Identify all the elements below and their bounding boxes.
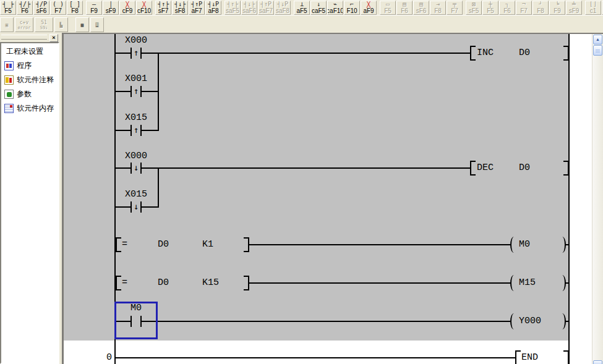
toolbar-button-icon: ┼	[489, 1, 492, 7]
instruction-operand: D0	[519, 163, 530, 173]
tool-sF6[interactable]: ┤/P sF6	[33, 1, 49, 15]
toolbar-button-icon: ¬	[522, 1, 526, 7]
toolbar-button-icon: ⊠	[472, 1, 476, 7]
toolbar-button-label: cF9	[122, 7, 133, 14]
instruction-op: END	[521, 353, 538, 363]
tool-F7-2[interactable]: ╤ F7	[447, 1, 463, 15]
toolbar-button-icon: ▤	[403, 1, 406, 7]
instruction-close-bracket	[563, 350, 569, 364]
tool-F8-3[interactable]: ┘ F8	[532, 1, 549, 15]
tool-saF7[interactable]: ┤↑P saF7	[258, 1, 274, 15]
tool-c1[interactable]: ⌊⌋ c1	[585, 1, 601, 15]
toolbar-button-icon: ┤ ├	[2, 1, 14, 7]
tool-F10[interactable]: ⌐ F10	[344, 1, 360, 15]
toolbar-button-label: F5	[487, 7, 494, 14]
toolbar-button-icon: ( )	[53, 1, 64, 7]
tool-F9[interactable]: — F9	[86, 1, 102, 15]
tool2-program-check[interactable]: c+v error	[15, 17, 33, 32]
tree-item-program[interactable]: 程序	[1, 59, 58, 73]
tree-item-parameter[interactable]: 参数	[1, 87, 58, 101]
tool2-grid[interactable]: ▦	[75, 17, 89, 32]
tool-caF5[interactable]: ↓ caF5	[310, 1, 327, 15]
project-tree: 工程未设置 程序 软元件注释 参数	[0, 42, 59, 364]
tree-item-icon	[4, 75, 14, 85]
scrollbar-thumb[interactable]	[593, 45, 602, 56]
toolbar-button-label: F5	[384, 7, 391, 14]
tool-F5[interactable]: ┤ ├ F5	[0, 1, 16, 15]
tree-item-icon	[4, 61, 14, 70]
tool-sF6-2[interactable]: ▤ sF6	[413, 1, 429, 15]
toolbar-button-icon: ⌐	[350, 1, 354, 7]
tool-sF9-2[interactable]: ╧ sF9	[566, 1, 582, 15]
tool-cF10[interactable]: ╳ cF10	[136, 1, 152, 15]
instruction-close-bracket	[563, 161, 569, 176]
tool-sF5[interactable]: ⊠ sF5	[466, 1, 482, 15]
vertical-scrollbar[interactable]: ▲	[592, 34, 603, 364]
toolbar-button-icon-line2: error	[17, 25, 30, 30]
toolbar-button-icon: ╳	[367, 1, 370, 7]
scroll-down-button[interactable]	[593, 360, 602, 364]
tool-F6-2[interactable]: ▤ F6	[396, 1, 413, 15]
tool-cF9[interactable]: ╳ cF9	[119, 1, 135, 15]
tool-F7-3[interactable]: ¬ F7	[516, 1, 532, 15]
compare-op: =	[122, 278, 127, 288]
toolbar-button-icon: ┤↑├	[227, 1, 238, 7]
tool-F8[interactable]: [ ] F8	[67, 1, 83, 15]
ladder-canvas[interactable]: X000 ↑ X001 ↑ X015 ↑ INC D0 X000 ↓ X015 …	[64, 34, 592, 364]
toolbar-button-icon: ⌁	[333, 1, 337, 7]
wire	[142, 53, 470, 54]
tool2-step-run[interactable]: S1 S9↓	[35, 17, 53, 32]
wire	[114, 206, 130, 208]
tool-F6[interactable]: ┤/├ F6	[17, 1, 33, 15]
tool2-unknown[interactable]: ▣	[0, 17, 14, 32]
toolbar-button-icon: ┘	[539, 1, 542, 7]
compare-open-bracket	[116, 276, 121, 290]
tool-F6-3[interactable]: ┐ F6	[499, 1, 515, 15]
tool-F7[interactable]: ( ) F7	[50, 1, 66, 15]
toolbar-button-label: aF9	[363, 7, 374, 14]
tool-F5-2[interactable]: ▭ F5	[380, 1, 396, 15]
toolbar-button-icon: ╤	[453, 1, 456, 7]
tool-caF10[interactable]: ⌁ caF10	[327, 1, 343, 15]
tool2-ladder-block[interactable]: ⍗	[90, 17, 104, 32]
wire	[565, 321, 568, 322]
tool-aF9[interactable]: ╳ aF9	[361, 1, 377, 15]
tree-item-device-comment[interactable]: 软元件注释	[1, 73, 58, 87]
tool-sF9[interactable]: │ sF9	[103, 1, 119, 15]
right-power-rail	[568, 34, 570, 364]
panel-close-button[interactable]: ×	[49, 34, 58, 42]
tree-item-device-memory[interactable]: 软元件内存	[1, 101, 58, 116]
toolbar-button-label: F6	[21, 7, 28, 14]
secondary-toolbar: ▣ c+v error S1 S9↓ ▙ ▦ ⍗	[0, 15, 603, 33]
tool-aF5[interactable]: ⊥ aF5	[294, 1, 310, 15]
tool-saF5[interactable]: ┤↑├ saF5	[225, 1, 241, 15]
tool-saF6[interactable]: ┤↓├ saF6	[241, 1, 257, 15]
toolbar-button-icon: ╧	[572, 1, 576, 7]
toolbar-button-icon: ┤↑├	[158, 1, 169, 7]
toolbar-button-label: F5	[4, 7, 12, 14]
toolbar-button-icon: ┤↓├	[174, 1, 186, 7]
tool2-block[interactable]: ▙	[54, 17, 68, 32]
tool-F5-3[interactable]: ┼ F5	[482, 1, 498, 15]
tree-root-project[interactable]: 工程未设置	[1, 43, 58, 59]
tool-aF7[interactable]: ┤↑P aF7	[189, 1, 205, 15]
toolbar-button-icon: ╳	[142, 1, 146, 7]
toolbar-button-label: sF9	[569, 7, 579, 14]
tool-F9-2[interactable]: ╘ F9	[549, 1, 565, 15]
scroll-up-button[interactable]: ▲	[593, 35, 602, 44]
toolbar-button-label: F8	[434, 7, 442, 14]
toolbar-button-icon: ⇥	[436, 1, 440, 7]
wire	[565, 282, 568, 284]
ladder-editor-window: X000 ↑ X001 ↑ X015 ↑ INC D0 X000 ↓ X015 …	[62, 33, 603, 364]
panel-drag-grip[interactable]	[1, 35, 47, 40]
tool-saF8[interactable]: ┤↓P saF8	[275, 1, 291, 15]
coil-open-paren	[510, 275, 518, 291]
tool-sF7[interactable]: ┤↑├ sF7	[155, 1, 171, 15]
tool-F8-2[interactable]: ⇥ F8	[430, 1, 446, 15]
tool-sF8[interactable]: ┤↓├ sF8	[172, 1, 188, 15]
wire	[142, 130, 158, 131]
ladder-selection-cursor[interactable]	[114, 302, 158, 339]
tool-aF8[interactable]: ┤↓P aF8	[205, 1, 221, 15]
toolbar-button-label: caF5	[312, 7, 325, 14]
rising-edge-icon: ↑	[129, 86, 143, 96]
